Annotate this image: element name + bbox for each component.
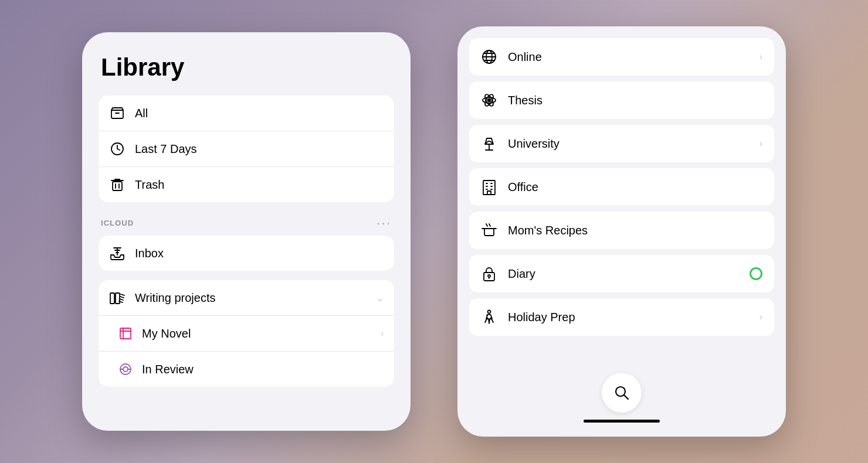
review-icon [117,361,134,377]
library-title: Library [99,53,394,81]
inreview-item[interactable]: In Review [99,351,394,387]
holidayprep-item[interactable]: Holiday Prep › [469,298,774,336]
lock-icon [481,265,497,282]
icloud-section-header: ICLOUD ··· [99,216,394,230]
svg-rect-7 [110,293,114,304]
svg-rect-13 [120,328,131,339]
mynovel-label: My Novel [142,327,372,341]
left-phone: Library All [82,32,411,431]
section-menu-dots[interactable]: ··· [377,216,392,230]
momsrecipes-item[interactable]: Mom's Recipes [469,212,774,249]
svg-point-17 [123,367,128,372]
archive-icon [109,105,126,121]
atom-icon [481,92,497,108]
thesis-item[interactable]: Thesis [469,81,774,119]
writing-projects-label: Writing projects [135,291,367,305]
holidayprep-chevron: › [760,312,762,322]
svg-line-10 [120,297,124,298]
last7days-item[interactable]: Last 7 Days [99,131,394,166]
novel-icon [117,325,134,342]
thesis-label: Thesis [508,94,762,107]
inreview-label: In Review [142,363,384,376]
holidayprep-label: Holiday Prep [508,311,749,324]
inbox-card: Inbox [99,236,394,271]
diary-status-dot [750,267,762,280]
search-icon [614,385,629,400]
university-chevron: › [760,138,762,149]
search-button[interactable] [602,373,642,413]
online-item[interactable]: Online › [469,38,774,76]
svg-line-9 [121,294,124,295]
last7days-label: Last 7 Days [135,142,197,156]
all-item[interactable]: All [99,96,394,131]
inbox-item[interactable]: Inbox [99,236,394,271]
svg-rect-3 [113,182,122,190]
svg-rect-38 [487,191,491,195]
icloud-label: ICLOUD [101,219,134,227]
clock-icon [109,141,126,157]
trash-item[interactable]: Trash [99,166,394,202]
office-item[interactable]: Office [469,168,774,206]
writing-projects-card: Writing projects ⌄ My Novel › [99,280,394,387]
system-items-card: All Last 7 Days [99,96,394,202]
all-label: All [135,107,148,120]
trash-label: Trash [135,178,164,192]
svg-rect-31 [483,181,495,195]
svg-point-25 [488,99,491,102]
svg-rect-41 [484,273,494,281]
diary-item[interactable]: Diary [469,255,774,292]
writing-projects-header[interactable]: Writing projects ⌄ [99,280,394,315]
writing-projects-chevron: ⌄ [376,292,384,304]
right-phone: Online › Thesis [457,26,786,437]
pot-icon [481,222,497,239]
mynovel-chevron: › [381,328,384,339]
office-label: Office [508,181,762,194]
home-indicator [584,420,660,423]
inbox-label: Inbox [135,247,164,260]
lamp-icon [481,135,497,152]
university-label: University [508,137,749,151]
momsrecipes-label: Mom's Recipes [508,224,762,237]
building-icon [481,179,497,195]
university-item[interactable]: University › [469,125,774,162]
trash-icon [109,176,126,193]
hike-icon [481,309,497,325]
right-items-list: Online › Thesis [469,38,774,365]
books-icon [109,290,126,306]
svg-rect-0 [111,110,123,118]
svg-point-44 [488,311,491,314]
globe-icon [481,49,497,65]
online-chevron: › [760,52,762,62]
online-label: Online [508,50,749,64]
svg-line-48 [624,395,628,399]
svg-rect-8 [116,293,120,304]
mynovel-item[interactable]: My Novel › [99,315,394,351]
inbox-icon [109,245,126,261]
diary-label: Diary [508,267,739,281]
